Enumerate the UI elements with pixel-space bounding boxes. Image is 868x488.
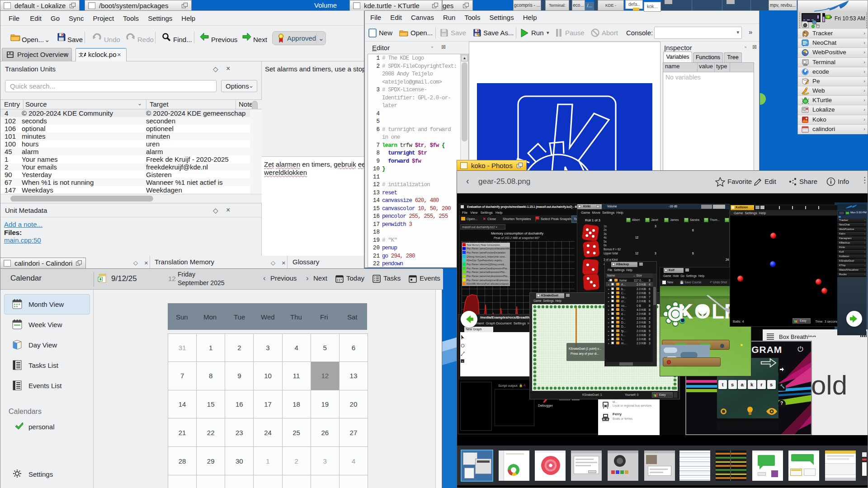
svg-text:文A: 文A [79,52,86,57]
svg-text:K: K [678,300,693,323]
